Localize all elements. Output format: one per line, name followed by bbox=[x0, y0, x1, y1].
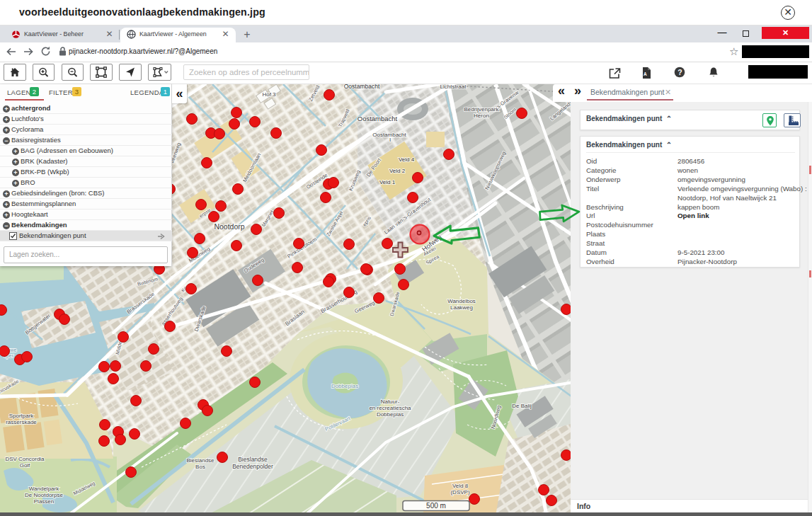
svg-text:Veld 2: Veld 2 bbox=[389, 168, 406, 174]
svg-text:Veld 4: Veld 4 bbox=[399, 156, 415, 163]
svg-text:Natuur-: Natuur- bbox=[381, 399, 400, 405]
svg-text:Laakweg: Laakweg bbox=[450, 304, 473, 311]
svg-text:(DSVP): (DSVP) bbox=[450, 489, 469, 495]
svg-text:Veld 1: Veld 1 bbox=[379, 179, 396, 185]
svg-text:Wandelpark: Wandelpark bbox=[29, 486, 59, 492]
svg-text:?: ? bbox=[677, 68, 682, 76]
svg-text:Dobbeplas: Dobbeplas bbox=[331, 383, 358, 389]
svg-text:Hof 3: Hof 3 bbox=[262, 91, 276, 98]
svg-text:De Nootdorpse: De Nootdorpse bbox=[25, 492, 63, 498]
svg-text:Golf: Golf bbox=[20, 462, 30, 469]
svg-text:Bedrijvenpark: Bedrijvenpark bbox=[464, 106, 500, 113]
svg-text:Plassen: Plassen bbox=[34, 498, 54, 505]
svg-text:Sportpark: Sportpark bbox=[9, 413, 35, 419]
svg-text:Dobbeplas: Dobbeplas bbox=[377, 411, 404, 418]
svg-text:Wandelbos: Wandelbos bbox=[447, 298, 476, 304]
svg-text:Oostambacht: Oostambacht bbox=[344, 84, 380, 90]
svg-text:A: A bbox=[644, 71, 647, 76]
svg-text:Bieslandse: Bieslandse bbox=[186, 457, 215, 464]
svg-text:I: I bbox=[389, 137, 391, 143]
svg-text:en recreatiescha: en recreatiescha bbox=[369, 405, 411, 411]
svg-text:Benedenpolder: Benedenpolder bbox=[232, 463, 273, 470]
svg-text:Nootdorp: Nootdorp bbox=[214, 222, 244, 231]
svg-text:Bos: Bos bbox=[195, 464, 205, 470]
svg-text:DSV Concordia: DSV Concordia bbox=[5, 456, 45, 462]
svg-text:Heron: Heron bbox=[474, 113, 489, 119]
svg-text:Lichtstraat: Lichtstraat bbox=[440, 84, 467, 90]
svg-text:Veld 8: Veld 8 bbox=[452, 483, 469, 489]
svg-text:500 m: 500 m bbox=[426, 502, 446, 510]
svg-text:Oostambacht: Oostambacht bbox=[358, 115, 398, 122]
svg-text:De Balij: De Balij bbox=[512, 403, 532, 409]
svg-text:Bieslandse: Bieslandse bbox=[238, 456, 268, 463]
svg-text:rasserskade: rasserskade bbox=[6, 419, 37, 425]
